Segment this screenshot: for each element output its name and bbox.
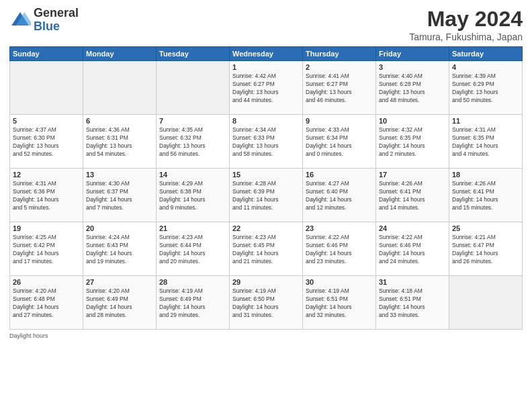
table-row: 21Sunrise: 4:23 AM Sunset: 6:44 PM Dayli… xyxy=(157,222,230,276)
logo-text: General Blue xyxy=(34,7,79,34)
table-row: 15Sunrise: 4:28 AM Sunset: 6:39 PM Dayli… xyxy=(230,169,303,222)
day-info: Sunrise: 4:34 AM Sunset: 6:33 PM Dayligh… xyxy=(232,126,300,158)
day-number: 14 xyxy=(159,171,226,179)
day-number: 27 xyxy=(86,278,153,286)
logo-icon xyxy=(9,9,31,31)
day-number: 6 xyxy=(86,117,153,125)
day-number: 2 xyxy=(306,63,373,71)
table-row: 7Sunrise: 4:35 AM Sunset: 6:32 PM Daylig… xyxy=(157,115,230,169)
day-info: Sunrise: 4:20 AM Sunset: 6:49 PM Dayligh… xyxy=(86,287,153,320)
table-row: 4Sunrise: 4:39 AM Sunset: 6:29 PM Daylig… xyxy=(449,61,523,115)
table-row: 19Sunrise: 4:25 AM Sunset: 6:42 PM Dayli… xyxy=(10,222,83,276)
day-info: Sunrise: 4:25 AM Sunset: 6:42 PM Dayligh… xyxy=(13,234,80,266)
table-row xyxy=(10,61,83,115)
col-monday: Monday xyxy=(83,47,157,61)
day-info: Sunrise: 4:33 AM Sunset: 6:34 PM Dayligh… xyxy=(306,126,373,158)
day-number: 11 xyxy=(452,117,519,125)
day-number: 17 xyxy=(379,171,446,179)
table-row: 5Sunrise: 4:37 AM Sunset: 6:30 PM Daylig… xyxy=(10,115,83,169)
day-number: 22 xyxy=(232,224,300,232)
day-number: 4 xyxy=(452,63,519,71)
day-number: 28 xyxy=(159,278,226,286)
table-row: 27Sunrise: 4:20 AM Sunset: 6:49 PM Dayli… xyxy=(83,276,157,330)
day-info: Sunrise: 4:39 AM Sunset: 6:29 PM Dayligh… xyxy=(452,73,519,105)
table-row: 16Sunrise: 4:27 AM Sunset: 6:40 PM Dayli… xyxy=(303,169,376,222)
table-row xyxy=(157,61,230,115)
table-row: 20Sunrise: 4:24 AM Sunset: 6:43 PM Dayli… xyxy=(83,222,157,276)
table-row: 6Sunrise: 4:36 AM Sunset: 6:31 PM Daylig… xyxy=(83,115,157,169)
day-number: 5 xyxy=(13,117,80,125)
day-info: Sunrise: 4:42 AM Sunset: 6:27 PM Dayligh… xyxy=(232,73,300,105)
day-info: Sunrise: 4:31 AM Sunset: 6:35 PM Dayligh… xyxy=(452,126,519,158)
day-info: Sunrise: 4:22 AM Sunset: 6:46 PM Dayligh… xyxy=(306,234,373,266)
day-info: Sunrise: 4:19 AM Sunset: 6:50 PM Dayligh… xyxy=(232,287,300,320)
day-number: 24 xyxy=(379,224,446,232)
day-info: Sunrise: 4:20 AM Sunset: 6:48 PM Dayligh… xyxy=(13,287,80,320)
day-number: 26 xyxy=(13,278,80,286)
day-info: Sunrise: 4:22 AM Sunset: 6:46 PM Dayligh… xyxy=(379,234,446,266)
col-tuesday: Tuesday xyxy=(157,47,230,61)
table-row: 1Sunrise: 4:42 AM Sunset: 6:27 PM Daylig… xyxy=(230,61,303,115)
title-block: May 2024 Tamura, Fukushima, Japan xyxy=(409,7,523,42)
table-row: 8Sunrise: 4:34 AM Sunset: 6:33 PM Daylig… xyxy=(230,115,303,169)
day-number: 12 xyxy=(13,171,80,179)
table-row: 3Sunrise: 4:40 AM Sunset: 6:28 PM Daylig… xyxy=(376,61,449,115)
calendar-week-2: 5Sunrise: 4:37 AM Sunset: 6:30 PM Daylig… xyxy=(10,115,523,169)
day-number: 19 xyxy=(13,224,80,232)
day-number: 18 xyxy=(452,171,519,179)
day-number: 23 xyxy=(306,224,373,232)
day-info: Sunrise: 4:19 AM Sunset: 6:49 PM Dayligh… xyxy=(159,287,226,320)
daylight-label: Daylight hours xyxy=(9,332,48,339)
day-number: 31 xyxy=(379,278,446,286)
day-info: Sunrise: 4:26 AM Sunset: 6:41 PM Dayligh… xyxy=(452,180,519,212)
table-row: 31Sunrise: 4:18 AM Sunset: 6:51 PM Dayli… xyxy=(376,276,449,330)
day-info: Sunrise: 4:30 AM Sunset: 6:37 PM Dayligh… xyxy=(86,180,153,212)
table-row: 2Sunrise: 4:41 AM Sunset: 6:27 PM Daylig… xyxy=(303,61,376,115)
day-info: Sunrise: 4:40 AM Sunset: 6:28 PM Dayligh… xyxy=(379,73,446,105)
day-info: Sunrise: 4:26 AM Sunset: 6:41 PM Dayligh… xyxy=(379,180,446,212)
day-info: Sunrise: 4:18 AM Sunset: 6:51 PM Dayligh… xyxy=(379,287,446,320)
table-row: 13Sunrise: 4:30 AM Sunset: 6:37 PM Dayli… xyxy=(83,169,157,222)
day-number: 7 xyxy=(159,117,226,125)
logo-blue: Blue xyxy=(34,19,60,33)
logo-general: General xyxy=(34,6,79,19)
col-thursday: Thursday xyxy=(303,47,376,61)
day-number: 29 xyxy=(232,278,300,286)
calendar-week-1: 1Sunrise: 4:42 AM Sunset: 6:27 PM Daylig… xyxy=(10,61,523,115)
day-info: Sunrise: 4:24 AM Sunset: 6:43 PM Dayligh… xyxy=(86,234,153,266)
table-row: 30Sunrise: 4:19 AM Sunset: 6:51 PM Dayli… xyxy=(303,276,376,330)
calendar-week-4: 19Sunrise: 4:25 AM Sunset: 6:42 PM Dayli… xyxy=(10,222,523,276)
day-number: 16 xyxy=(306,171,373,179)
table-row: 11Sunrise: 4:31 AM Sunset: 6:35 PM Dayli… xyxy=(449,115,523,169)
table-row: 24Sunrise: 4:22 AM Sunset: 6:46 PM Dayli… xyxy=(376,222,449,276)
day-info: Sunrise: 4:23 AM Sunset: 6:44 PM Dayligh… xyxy=(159,234,226,266)
table-row: 12Sunrise: 4:31 AM Sunset: 6:36 PM Dayli… xyxy=(10,169,83,222)
table-row: 28Sunrise: 4:19 AM Sunset: 6:49 PM Dayli… xyxy=(157,276,230,330)
logo: General Blue xyxy=(9,7,79,34)
day-info: Sunrise: 4:21 AM Sunset: 6:47 PM Dayligh… xyxy=(452,234,519,266)
col-sunday: Sunday xyxy=(10,47,83,61)
table-row: 17Sunrise: 4:26 AM Sunset: 6:41 PM Dayli… xyxy=(376,169,449,222)
header-row: Sunday Monday Tuesday Wednesday Thursday… xyxy=(10,47,523,61)
day-info: Sunrise: 4:27 AM Sunset: 6:40 PM Dayligh… xyxy=(306,180,373,212)
day-info: Sunrise: 4:36 AM Sunset: 6:31 PM Dayligh… xyxy=(86,126,153,158)
day-number: 8 xyxy=(232,117,300,125)
day-number: 9 xyxy=(306,117,373,125)
table-row: 18Sunrise: 4:26 AM Sunset: 6:41 PM Dayli… xyxy=(449,169,523,222)
location: Tamura, Fukushima, Japan xyxy=(409,32,523,42)
table-row: 25Sunrise: 4:21 AM Sunset: 6:47 PM Dayli… xyxy=(449,222,523,276)
table-row xyxy=(449,276,523,330)
day-number: 13 xyxy=(86,171,153,179)
day-number: 30 xyxy=(306,278,373,286)
table-row: 26Sunrise: 4:20 AM Sunset: 6:48 PM Dayli… xyxy=(10,276,83,330)
col-wednesday: Wednesday xyxy=(230,47,303,61)
table-row: 9Sunrise: 4:33 AM Sunset: 6:34 PM Daylig… xyxy=(303,115,376,169)
table-row: 10Sunrise: 4:32 AM Sunset: 6:35 PM Dayli… xyxy=(376,115,449,169)
day-number: 10 xyxy=(379,117,446,125)
table-row: 14Sunrise: 4:29 AM Sunset: 6:38 PM Dayli… xyxy=(157,169,230,222)
col-friday: Friday xyxy=(376,47,449,61)
footer: Daylight hours xyxy=(9,332,523,339)
calendar-table: Sunday Monday Tuesday Wednesday Thursday… xyxy=(9,46,523,330)
calendar-week-5: 26Sunrise: 4:20 AM Sunset: 6:48 PM Dayli… xyxy=(10,276,523,330)
day-info: Sunrise: 4:35 AM Sunset: 6:32 PM Dayligh… xyxy=(159,126,226,158)
